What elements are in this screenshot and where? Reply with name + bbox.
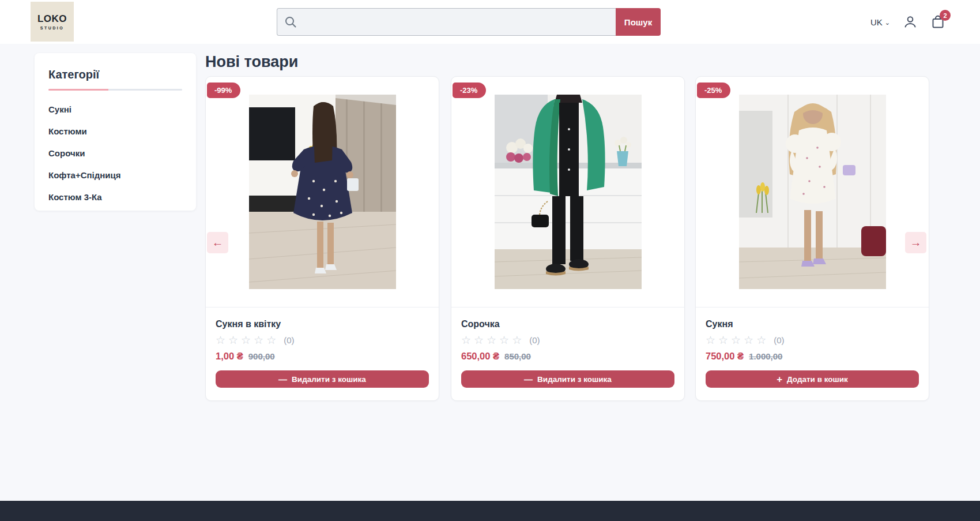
account-button[interactable] — [903, 14, 918, 29]
product-rating: ☆☆☆☆☆ (0) — [461, 335, 674, 346]
language-selector[interactable]: UK ⌄ — [870, 17, 890, 27]
sidebar-item-suit-3[interactable]: Костюм 3-Ка — [48, 192, 182, 202]
button-label: Видалити з кошика — [537, 375, 612, 384]
search-bar: Пошук — [277, 8, 661, 36]
product-prices: 650,00 ₴ 850,00 — [461, 351, 674, 362]
button-label: Додати в кошик — [787, 375, 848, 384]
old-price: 1.000,00 — [749, 351, 782, 361]
page-title: Нові товари — [205, 53, 298, 71]
carousel-prev-button[interactable]: ← — [207, 232, 228, 253]
categories-panel: Категорії Сукні Костюми Сорочки Кофта+Сп… — [35, 53, 196, 211]
logo-subtext: STUDIO — [40, 26, 64, 30]
product-rating: ☆☆☆☆☆ (0) — [216, 335, 429, 346]
product-photo-illustration — [739, 95, 886, 289]
sidebar-item-shirts[interactable]: Сорочки — [48, 148, 182, 158]
logo-text: LOKO — [37, 13, 67, 25]
language-label: UK — [870, 17, 883, 27]
discount-badge: -25% — [697, 83, 730, 98]
current-price: 650,00 ₴ — [461, 351, 499, 362]
header: LOKO STUDIO Пошук UK ⌄ 2 — [0, 0, 980, 44]
discount-badge: -23% — [453, 83, 486, 98]
remove-from-cart-button[interactable]: — Видалити з кошика — [216, 370, 429, 388]
sidebar-item-dresses[interactable]: Сукні — [48, 104, 182, 114]
chevron-down-icon: ⌄ — [885, 19, 890, 27]
discount-badge: -99% — [207, 83, 240, 98]
product-info: Сукня в квітку ☆☆☆☆☆ (0) 1,00 ₴ 900,00 —… — [206, 308, 439, 396]
arrow-right-icon: → — [910, 236, 922, 249]
categories-title: Категорії — [48, 68, 182, 81]
arrow-left-icon: ← — [212, 236, 224, 249]
plus-icon: + — [777, 374, 782, 384]
product-photo-illustration — [495, 95, 642, 289]
old-price: 850,00 — [504, 351, 531, 361]
categories-divider — [48, 89, 182, 91]
review-count: (0) — [774, 335, 784, 345]
store-logo[interactable]: LOKO STUDIO — [31, 2, 74, 42]
carousel-next-button[interactable]: → — [905, 232, 926, 253]
search-input[interactable] — [277, 8, 616, 36]
product-card: -23% — [451, 76, 685, 401]
review-count: (0) — [529, 335, 540, 345]
product-rating: ☆☆☆☆☆ (0) — [706, 335, 919, 346]
product-name[interactable]: Сукня — [706, 319, 919, 329]
user-icon — [903, 14, 918, 29]
product-info: Сорочка ☆☆☆☆☆ (0) 650,00 ₴ 850,00 — Вида… — [451, 308, 684, 396]
add-to-cart-button[interactable]: + Додати в кошик — [706, 370, 919, 388]
sidebar-item-top-skirt[interactable]: Кофта+Спідниця — [48, 170, 182, 180]
product-photo[interactable] — [696, 77, 929, 308]
cart-button[interactable]: 2 — [930, 14, 945, 29]
search-button[interactable]: Пошук — [616, 8, 661, 36]
sidebar-item-suits[interactable]: Костюми — [48, 126, 182, 136]
minus-icon: — — [278, 375, 287, 384]
button-label: Видалити з кошика — [292, 375, 366, 384]
old-price: 900,00 — [248, 351, 275, 361]
product-card: -25% — [695, 76, 929, 401]
cart-count-badge: 2 — [940, 10, 951, 21]
footer — [0, 501, 980, 521]
product-photo-illustration — [249, 95, 396, 289]
star-rating-icons: ☆☆☆☆☆ — [216, 335, 279, 346]
header-actions: UK ⌄ 2 — [870, 0, 945, 44]
star-rating-icons: ☆☆☆☆☆ — [706, 335, 769, 346]
product-photo[interactable] — [206, 77, 439, 308]
remove-from-cart-button[interactable]: — Видалити з кошика — [461, 370, 674, 388]
categories-list: Сукні Костюми Сорочки Кофта+Спідниця Кос… — [48, 104, 182, 202]
product-prices: 1,00 ₴ 900,00 — [216, 351, 429, 362]
review-count: (0) — [284, 335, 294, 345]
minus-icon: — — [524, 375, 533, 384]
product-photo[interactable] — [451, 77, 684, 308]
current-price: 1,00 ₴ — [216, 351, 243, 362]
current-price: 750,00 ₴ — [706, 351, 744, 362]
product-info: Сукня ☆☆☆☆☆ (0) 750,00 ₴ 1.000,00 + Дода… — [696, 308, 929, 396]
product-prices: 750,00 ₴ 1.000,00 — [706, 351, 919, 362]
search-icon — [284, 16, 297, 28]
product-card: -99% — [205, 76, 439, 401]
star-rating-icons: ☆☆☆☆☆ — [461, 335, 525, 346]
product-name[interactable]: Сорочка — [461, 319, 674, 329]
product-name[interactable]: Сукня в квітку — [216, 319, 429, 329]
